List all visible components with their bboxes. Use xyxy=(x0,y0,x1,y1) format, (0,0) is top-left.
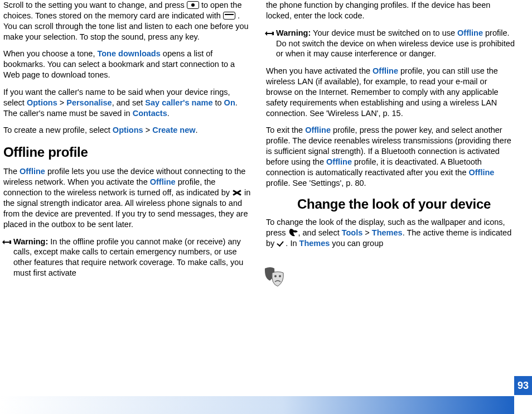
link-on: On xyxy=(224,98,235,107)
paragraph: To change the look of the display, such … xyxy=(266,217,515,249)
menu-key-icon xyxy=(288,229,298,237)
text: The xyxy=(3,167,20,176)
no-signal-icon xyxy=(232,189,242,196)
link-contacts: Contacts xyxy=(133,109,167,118)
text: you can group xyxy=(330,239,383,248)
link-offline: Offline xyxy=(373,66,398,75)
text: Your device must be switched on to use xyxy=(311,28,457,37)
warning-block: Warning: In the offline profile you cann… xyxy=(3,237,253,278)
text: , and select xyxy=(298,228,342,237)
link-offline: Offline xyxy=(150,177,176,186)
svg-point-0 xyxy=(274,275,277,277)
link-personalise: Personalise xyxy=(66,98,112,107)
link-offline: Offline xyxy=(20,167,45,176)
warning-icon xyxy=(265,29,274,36)
right-column: the phone function by changing profiles.… xyxy=(266,0,515,379)
link-offline: Offline xyxy=(326,157,352,166)
text: To create a new profile, select xyxy=(3,126,113,134)
paragraph: When you have activated the Offline prof… xyxy=(266,66,515,118)
text: When you have activated the xyxy=(266,66,373,75)
link-tone-downloads: Tone downloads xyxy=(97,49,160,58)
paragraph: When you choose a tone, Tone downloads o… xyxy=(3,49,253,80)
link-themes: Themes xyxy=(299,239,330,248)
paragraph: To create a new profile, select Options … xyxy=(3,125,253,136)
svg-point-1 xyxy=(279,275,281,277)
memory-card-icon xyxy=(223,12,235,20)
paragraph: Scroll to the setting you want to change… xyxy=(3,0,253,42)
link-offline: Offline xyxy=(305,126,331,134)
link-tools: Tools xyxy=(342,228,363,237)
text: , and set xyxy=(112,98,146,107)
link-options: Options xyxy=(113,126,143,134)
link-offline: Offline xyxy=(457,28,483,37)
text: profile. See 'Settings', p. 80. xyxy=(266,179,366,187)
themes-masks-icon xyxy=(262,265,286,288)
page-number: 93 xyxy=(514,376,532,395)
heading-change-look: Change the look of your device xyxy=(297,196,515,212)
text: To exit the xyxy=(266,126,305,134)
paragraph: The Offline profile lets you use the dev… xyxy=(3,166,253,229)
text: In the offline profile you cannot make (… xyxy=(13,237,243,278)
page-content: Scroll to the setting you want to change… xyxy=(0,0,532,379)
warning-block: Warning: Your device must be switched on… xyxy=(266,28,515,60)
paragraph: If you want the caller's name to be said… xyxy=(3,87,253,119)
text: to xyxy=(212,98,224,107)
text: . In xyxy=(286,239,299,248)
warning-label: Warning: xyxy=(276,28,311,37)
link-options: Options xyxy=(27,98,57,107)
text: When you choose a tone, xyxy=(3,49,97,58)
side-margin: Personalize your device xyxy=(514,0,532,414)
side-heading: Personalize your device xyxy=(530,89,532,218)
heading-offline-profile: Offline profile xyxy=(3,143,253,161)
left-column: Scroll to the setting you want to change… xyxy=(3,0,253,379)
link-create-new: Create new xyxy=(152,126,195,134)
text: Scroll to the setting you want to change… xyxy=(3,1,187,9)
paragraph: To exit the Offline profile, press the p… xyxy=(266,125,515,188)
link-themes: Themes xyxy=(372,228,403,237)
link-say-callers-name: Say caller's name xyxy=(145,98,212,107)
link-offline: Offline xyxy=(469,168,495,177)
warning-label: Warning: xyxy=(13,237,48,246)
footer-gradient xyxy=(0,396,514,414)
paragraph: the phone function by changing profiles.… xyxy=(266,0,515,21)
warning-icon xyxy=(2,238,11,244)
checkmark-icon xyxy=(277,239,286,247)
scroll-key-icon xyxy=(187,1,199,9)
